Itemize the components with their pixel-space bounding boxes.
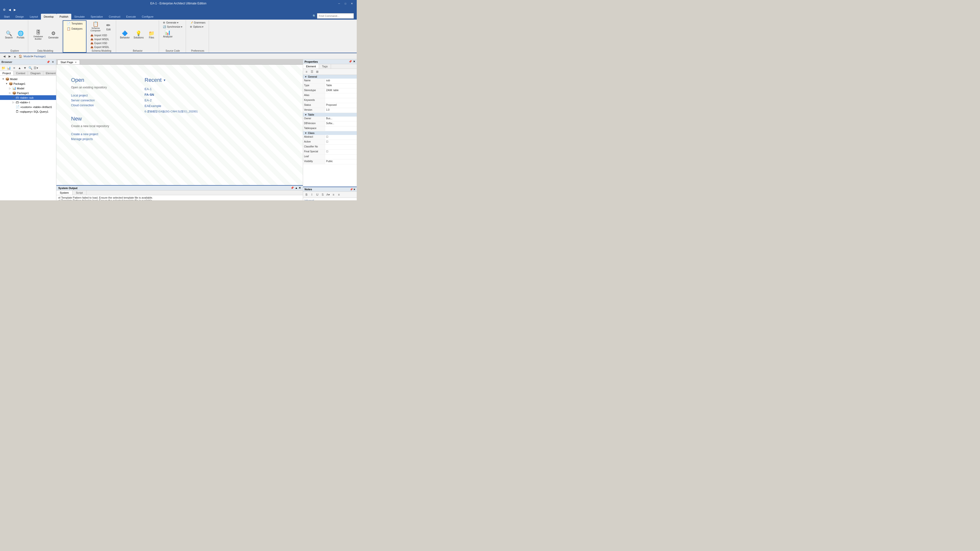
files-btn[interactable]: 📁 Files bbox=[146, 30, 157, 40]
tab-diagram[interactable]: Diagram bbox=[28, 71, 43, 75]
tab-simulate[interactable]: Simulate bbox=[71, 14, 88, 20]
recent-ea1-link[interactable]: EA-1 bbox=[145, 87, 199, 91]
find-command-bar[interactable]: 🔍 bbox=[311, 12, 356, 20]
export-xsd-btn[interactable]: 📤 Export XSD bbox=[89, 41, 111, 45]
recent-dropdown-arrow[interactable]: ▾ bbox=[164, 78, 165, 82]
nav-home-btn[interactable]: 🏠 bbox=[18, 54, 22, 59]
new-diagram-btn[interactable]: 📊 bbox=[6, 65, 11, 70]
tree-arrow-table-t[interactable]: ▷ bbox=[12, 101, 15, 103]
props-list-icon[interactable]: ≡ bbox=[304, 69, 309, 74]
tab-execute[interactable]: Execute bbox=[123, 14, 139, 20]
tree-arrow-table-sub[interactable]: ▼ bbox=[12, 96, 15, 99]
props-section-class[interactable]: ▼Class bbox=[303, 131, 357, 135]
quick-settings-icon[interactable]: ⚙ bbox=[2, 8, 6, 12]
breadcrumb-model[interactable]: Model bbox=[24, 55, 31, 58]
create-new-link[interactable]: Create a new project bbox=[71, 132, 125, 137]
tree-menu-btn[interactable]: ☰▾ bbox=[33, 65, 38, 70]
quick-forward-btn[interactable]: ▶ bbox=[13, 8, 17, 12]
nav-up-btn[interactable]: ▲ bbox=[13, 54, 17, 59]
tab-configure[interactable]: Configure bbox=[139, 14, 157, 20]
props-tab-tags[interactable]: Tags bbox=[319, 64, 331, 68]
props-grid-icon[interactable]: ☰ bbox=[309, 69, 314, 74]
props-val-active[interactable]: ☐ bbox=[325, 140, 357, 144]
props-val-owner[interactable]: Bus... bbox=[325, 117, 357, 121]
recent-eaexample-link[interactable]: EAExample bbox=[145, 104, 199, 108]
sys-tab-script[interactable]: Script bbox=[73, 191, 86, 195]
behavior-btn[interactable]: 🔷 Behavior bbox=[119, 30, 131, 40]
database-builder-btn[interactable]: 🗄 Database Builder bbox=[30, 29, 46, 41]
import-wsdl-btn[interactable]: 📥 Import WSDL bbox=[89, 38, 111, 41]
notes-list2-btn[interactable]: ≡ bbox=[336, 192, 341, 197]
notes-strike-btn[interactable]: S bbox=[320, 192, 325, 197]
tab-context[interactable]: Context bbox=[13, 71, 28, 75]
nav-back-btn[interactable]: ◀ bbox=[2, 54, 6, 59]
props-val-abstract[interactable]: ☐ bbox=[325, 135, 357, 140]
tree-arrow-package1[interactable]: ▼ bbox=[5, 82, 8, 85]
props-val-classifier-no[interactable] bbox=[325, 145, 357, 149]
import-xsd-btn[interactable]: 📥 Import XSD bbox=[89, 33, 111, 37]
breadcrumb-package1[interactable]: Package1 bbox=[34, 55, 46, 58]
portals-btn[interactable]: 🌐 Portals bbox=[15, 30, 26, 40]
close-btn[interactable]: ✕ bbox=[349, 1, 355, 6]
tree-arrow-model-inner[interactable]: ▷ bbox=[9, 87, 11, 90]
browser-pin-btn[interactable]: 📌 bbox=[46, 60, 50, 64]
sys-close-btn[interactable]: ✕ bbox=[299, 186, 301, 189]
props-pin-btn[interactable]: 📌 bbox=[348, 60, 352, 63]
maximize-btn[interactable]: □ bbox=[342, 1, 348, 6]
solutions-btn[interactable]: 💡 Solutions bbox=[132, 30, 145, 40]
new-folder-btn[interactable]: 📁 bbox=[1, 65, 6, 70]
props-val-type[interactable]: Table bbox=[325, 84, 357, 88]
props-section-table[interactable]: ▼Table bbox=[303, 113, 357, 117]
props-val-stereotype[interactable]: ZAIM: table bbox=[325, 88, 357, 93]
tab-publish[interactable]: Publish bbox=[57, 14, 71, 20]
datatypes-btn[interactable]: 📋 Datatypes bbox=[65, 27, 84, 31]
templates-btn[interactable]: 📄 Templates bbox=[65, 21, 84, 26]
props-table-icon[interactable]: ⊞ bbox=[315, 69, 320, 74]
generate-source-btn[interactable]: ⚙ Generate ▾ bbox=[161, 21, 180, 24]
tree-item-custom-artifact1[interactable]: 📄«custom» «table» Artifact1 bbox=[0, 105, 56, 109]
sys-maximize-btn[interactable]: ▲ bbox=[295, 186, 298, 189]
props-val-name[interactable]: sub bbox=[325, 79, 357, 83]
tab-start[interactable]: Start bbox=[1, 14, 13, 20]
manage-projects-link[interactable]: Manage projects bbox=[71, 137, 125, 141]
tree-item-table-t[interactable]: ▷🗃«table» t bbox=[0, 100, 56, 105]
tree-find-btn[interactable]: 🔍 bbox=[28, 65, 33, 70]
search-btn[interactable]: 🔍 Search bbox=[3, 30, 14, 40]
props-close-btn[interactable]: ✕ bbox=[353, 60, 355, 63]
tree-up-btn[interactable]: ▲ bbox=[17, 65, 22, 70]
minimize-btn[interactable]: ─ bbox=[336, 1, 342, 6]
notes-color-btn[interactable]: A▾ bbox=[326, 192, 331, 197]
tree-arrow-package1-inner[interactable]: ▷ bbox=[9, 92, 11, 94]
quick-back-btn[interactable]: ◀ bbox=[8, 8, 12, 12]
tab-specialize[interactable]: Specialize bbox=[88, 14, 106, 20]
server-connection-link[interactable]: Server connection bbox=[71, 98, 125, 103]
nav-forward-btn[interactable]: ▶ bbox=[7, 54, 12, 59]
tree-arrow-model-root[interactable]: ▼ bbox=[2, 78, 5, 80]
tab-develop[interactable]: Develop bbox=[41, 14, 57, 20]
recent-fasn-link[interactable]: FA-SN bbox=[145, 93, 199, 97]
notes-close-btn[interactable]: ✕ bbox=[353, 188, 355, 191]
schema-composer-btn[interactable]: 📋 SchemaComposer bbox=[89, 21, 102, 33]
props-val-alias[interactable] bbox=[325, 93, 357, 98]
props-val-version[interactable]: 1.0 bbox=[325, 108, 357, 113]
tab-construct[interactable]: Construct bbox=[106, 14, 123, 20]
synchronize-btn[interactable]: 🔄 Synchronize ▾ bbox=[161, 25, 184, 29]
edit-btn[interactable]: ✏ Edit bbox=[103, 21, 114, 33]
tab-project[interactable]: Project bbox=[0, 71, 13, 75]
tree-item-package1[interactable]: ▼📦Package1 bbox=[0, 81, 56, 86]
tree-down-btn[interactable]: ▼ bbox=[22, 65, 27, 70]
local-project-link[interactable]: Local project bbox=[71, 93, 125, 98]
tree-nav-btn1[interactable]: ≡ bbox=[12, 65, 17, 70]
export-wsdl-btn[interactable]: 📤 Export WSDL bbox=[89, 45, 111, 49]
props-val-final-special[interactable]: ☐ bbox=[325, 149, 357, 154]
notes-list1-btn[interactable]: ≡ bbox=[331, 192, 336, 197]
doc-tab-close-btn[interactable]: ✕ bbox=[75, 61, 77, 64]
generate-btn[interactable]: ⚙ Generate bbox=[47, 30, 60, 40]
props-val-tablespace[interactable] bbox=[325, 126, 357, 131]
props-tab-element[interactable]: Element bbox=[303, 64, 319, 68]
doc-tab-start-page[interactable]: Start Page ✕ bbox=[57, 60, 80, 64]
options-btn[interactable]: ⚙ Options ▾ bbox=[188, 25, 205, 29]
tree-item-model-root[interactable]: ▼📦Model bbox=[0, 77, 56, 81]
props-val-visibility[interactable]: Public bbox=[325, 159, 357, 164]
cloud-connection-link[interactable]: Cloud connection bbox=[71, 103, 125, 108]
